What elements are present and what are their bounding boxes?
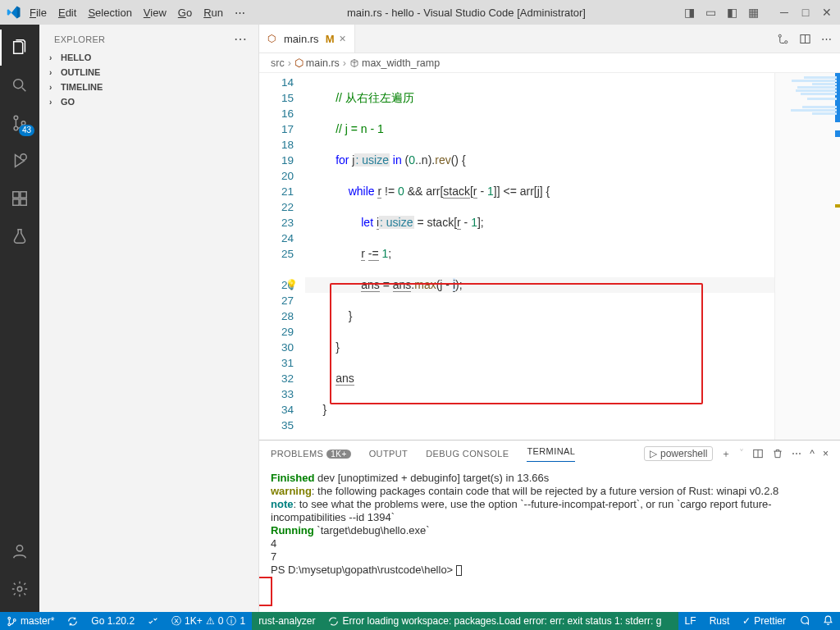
code-editor[interactable]: 14151617 18192021 22232425 26272829 3031… bbox=[259, 73, 840, 440]
menu-file[interactable]: File bbox=[25, 5, 52, 21]
sb-sync[interactable] bbox=[61, 612, 84, 630]
menu-go[interactable]: Go bbox=[173, 5, 197, 21]
menu-bar: File Edit Selection View Go Run ⋯ bbox=[25, 5, 250, 21]
split-terminal-icon[interactable] bbox=[752, 448, 764, 459]
svg-rect-5 bbox=[13, 192, 19, 198]
explorer-icon[interactable] bbox=[0, 30, 39, 66]
maximize-panel-icon[interactable]: ^ bbox=[810, 448, 815, 459]
minimap[interactable] bbox=[774, 73, 840, 440]
run-debug-icon[interactable] bbox=[0, 143, 39, 179]
sb-go-tools-icon[interactable] bbox=[141, 612, 165, 630]
terminal[interactable]: Finished dev [unoptimized + debuginfo] t… bbox=[259, 467, 840, 612]
new-terminal-icon[interactable]: ＋ bbox=[721, 447, 731, 461]
panel-tabs: PROBLEMS1K+ OUTPUT DEBUG CONSOLE TERMINA… bbox=[259, 441, 840, 467]
sb-problems[interactable]: ⓧ1K+ ⚠0 ⓘ1 bbox=[165, 612, 252, 630]
status-bar: master* Go 1.20.2 ⓧ1K+ ⚠0 ⓘ1 rust-analyz… bbox=[0, 612, 840, 630]
terminal-cursor bbox=[456, 565, 462, 576]
kill-terminal-icon[interactable] bbox=[772, 448, 783, 459]
explorer-more-icon[interactable]: ⋯ bbox=[234, 31, 247, 47]
program-output-1: 4 bbox=[271, 537, 829, 550]
tab-close-icon[interactable]: × bbox=[339, 32, 345, 45]
line-gutter: 14151617 18192021 22232425 26272829 3031… bbox=[259, 73, 305, 440]
svg-point-16 bbox=[8, 623, 11, 625]
close-window-icon[interactable]: ✕ bbox=[820, 6, 833, 19]
sb-loading-error[interactable]: Error loading workspace: packages.Load e… bbox=[322, 612, 678, 630]
tab-output[interactable]: OUTPUT bbox=[369, 449, 409, 459]
svg-point-4 bbox=[21, 154, 26, 160]
extensions-icon[interactable] bbox=[0, 180, 39, 217]
tab-problems[interactable]: PROBLEMS1K+ bbox=[271, 449, 351, 459]
sb-rust-analyzer[interactable]: rust-analyzer bbox=[252, 612, 322, 630]
tab-debug-console[interactable]: DEBUG CONSOLE bbox=[426, 449, 509, 459]
terminal-shell-selector[interactable]: ▷powershell bbox=[644, 446, 713, 461]
panel-more-icon[interactable]: ⋯ bbox=[792, 448, 801, 459]
window-controls: ─ □ ✕ bbox=[778, 6, 833, 19]
maximize-icon[interactable]: □ bbox=[799, 6, 812, 19]
sb-eol[interactable]: LF bbox=[678, 615, 703, 627]
testing-icon[interactable] bbox=[0, 218, 39, 254]
svg-point-0 bbox=[14, 80, 23, 89]
window-title: main.rs - hello - Visual Studio Code [Ad… bbox=[253, 7, 679, 19]
svg-point-17 bbox=[13, 619, 16, 621]
panel: PROBLEMS1K+ OUTPUT DEBUG CONSOLE TERMINA… bbox=[259, 440, 840, 612]
breadcrumb[interactable]: src › ⬡main.rs › max_width_ramp bbox=[259, 53, 840, 73]
toggle-panel-bottom-icon[interactable]: ▭ bbox=[704, 6, 717, 19]
sb-prettier[interactable]: ✓Prettier bbox=[736, 615, 792, 627]
explorer-title: EXPLORER bbox=[54, 34, 105, 44]
section-go[interactable]: ›GO bbox=[39, 94, 258, 109]
svg-rect-8 bbox=[21, 192, 26, 198]
menu-overflow[interactable]: ⋯ bbox=[230, 5, 250, 21]
menu-edit[interactable]: Edit bbox=[53, 5, 81, 21]
customize-layout-icon[interactable]: ▦ bbox=[746, 6, 760, 19]
menu-view[interactable]: View bbox=[139, 5, 171, 21]
lightbulb-icon[interactable]: 💡 bbox=[285, 277, 297, 289]
section-hello[interactable]: ›HELLO bbox=[39, 50, 258, 65]
split-editor-icon[interactable] bbox=[799, 33, 811, 45]
source-control-icon[interactable]: 43 bbox=[0, 105, 39, 141]
sb-branch[interactable]: master* bbox=[0, 612, 61, 630]
scm-badge: 43 bbox=[19, 125, 34, 136]
svg-rect-7 bbox=[21, 199, 26, 205]
search-icon[interactable] bbox=[0, 67, 39, 103]
activity-bar: 43 bbox=[0, 25, 39, 612]
tab-actions-more-icon[interactable]: ⋯ bbox=[821, 33, 832, 45]
close-panel-icon[interactable]: × bbox=[823, 448, 829, 459]
program-output-2: 7 bbox=[271, 550, 829, 564]
accounts-icon[interactable] bbox=[0, 533, 39, 569]
menu-run[interactable]: Run bbox=[199, 5, 228, 21]
svg-point-10 bbox=[17, 587, 22, 591]
sb-lang[interactable]: Rust bbox=[703, 615, 737, 627]
crumb-src[interactable]: src bbox=[271, 57, 285, 69]
tab-terminal[interactable]: TERMINAL bbox=[527, 446, 575, 462]
highlight-box-terminal bbox=[259, 577, 272, 606]
settings-gear-icon[interactable] bbox=[0, 571, 39, 607]
menu-selection[interactable]: Selection bbox=[83, 5, 136, 21]
compare-changes-icon[interactable] bbox=[777, 33, 789, 45]
tab-modified-indicator: M bbox=[324, 33, 335, 45]
code-content[interactable]: // 从右往左遍历 // j = n - 1 for j: usize in (… bbox=[305, 73, 774, 440]
svg-point-2 bbox=[14, 126, 18, 130]
rust-file-icon: ⬡ bbox=[267, 33, 279, 44]
layout-controls: ◨ ▭ ◧ ▦ bbox=[682, 6, 760, 19]
sb-feedback-icon[interactable] bbox=[792, 615, 816, 626]
crumb-main-rs[interactable]: ⬡main.rs bbox=[294, 57, 340, 69]
tab-main-rs[interactable]: ⬡ main.rs M × bbox=[259, 25, 355, 52]
svg-point-12 bbox=[785, 40, 788, 43]
sb-go-version[interactable]: Go 1.20.2 bbox=[84, 612, 141, 630]
minimize-icon[interactable]: ─ bbox=[778, 6, 791, 19]
editor-tabs: ⬡ main.rs M × ⋯ bbox=[259, 25, 840, 53]
svg-point-1 bbox=[14, 116, 18, 120]
sb-bell-icon[interactable] bbox=[816, 615, 840, 626]
title-bar: File Edit Selection View Go Run ⋯ main.r… bbox=[0, 0, 840, 25]
section-timeline[interactable]: ›TIMELINE bbox=[39, 80, 258, 94]
editor-area: ⬡ main.rs M × ⋯ src › ⬡main.rs › max_wid… bbox=[259, 25, 840, 612]
toggle-panel-left-icon[interactable]: ◨ bbox=[682, 6, 696, 19]
section-outline[interactable]: ›OUTLINE bbox=[39, 65, 258, 80]
tab-filename: main.rs bbox=[284, 33, 319, 45]
svg-point-15 bbox=[8, 617, 11, 619]
crumb-max-width-ramp[interactable]: max_width_ramp bbox=[349, 57, 440, 69]
toggle-panel-right-icon[interactable]: ◧ bbox=[725, 6, 738, 19]
explorer-sidebar: EXPLORER ⋯ ›HELLO ›OUTLINE ›TIMELINE ›GO bbox=[39, 25, 259, 612]
svg-rect-6 bbox=[13, 199, 19, 205]
svg-point-9 bbox=[16, 546, 22, 551]
